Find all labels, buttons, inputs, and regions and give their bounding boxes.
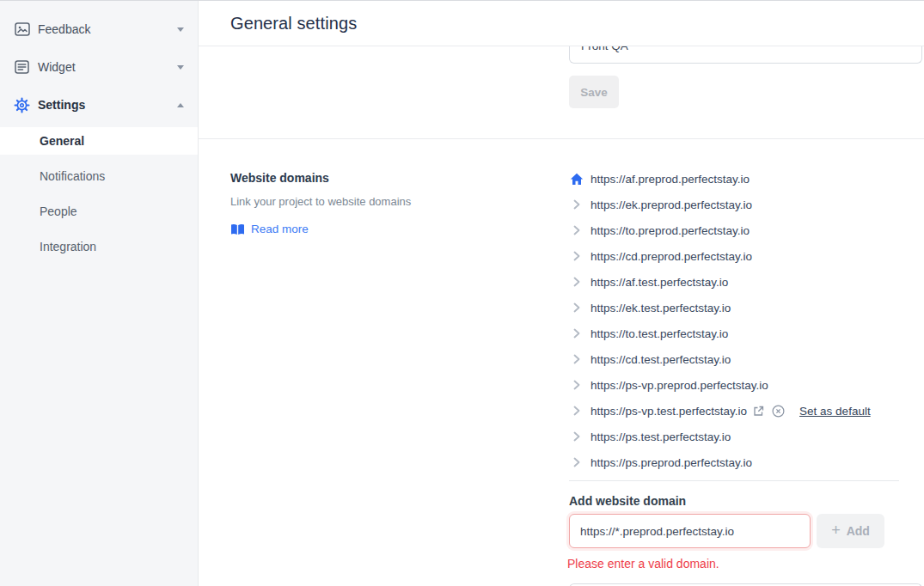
chevron-right-icon[interactable] [569,378,584,393]
website-domains-section: Website domains Link your project to web… [199,140,924,586]
sidebar-item-feedback[interactable]: Feedback [0,10,198,48]
chevron-right-icon[interactable] [569,352,584,367]
chevron-right-icon[interactable] [569,223,584,238]
domain-url: https://ps-vp.preprod.perfectstay.io [591,379,768,392]
domain-row: https://to.preprod.perfectstay.io [569,217,913,243]
sidebar: Feedback Widget Settings General Notific… [0,1,199,586]
domain-url: https://ek.test.perfectstay.io [591,302,731,314]
project-name-input[interactable]: Front QA [569,46,922,64]
sidebar-subitem-label: People [40,204,77,218]
domain-url: https://ps.preprod.perfectstay.io [591,456,752,469]
chevron-right-icon[interactable] [569,404,584,418]
add-button-label: Add [847,524,870,538]
project-name-value: Front QA [570,46,921,52]
page-title: General settings [230,14,357,34]
divider [569,480,899,481]
sidebar-item-notifications[interactable]: Notifications [0,163,198,189]
sidebar-subitem-label: Notifications [40,169,105,183]
sidebar-item-general[interactable]: General [0,127,198,155]
caret-up-icon [177,103,184,107]
domain-row-actions: Set as default [753,405,871,418]
chevron-right-icon[interactable] [569,198,584,212]
read-more-link[interactable]: Read more [230,223,309,235]
chevron-right-icon[interactable] [569,430,584,444]
page-header: General settings [199,1,924,46]
domain-row: https://to.test.perfectstay.io [569,320,913,346]
sidebar-item-integration[interactable]: Integration [0,234,198,259]
sidebar-item-people[interactable]: People [0,198,198,224]
book-icon [230,223,245,235]
chevron-right-icon[interactable] [569,301,584,315]
domain-row: https://af.preprod.perfectstay.io [569,166,913,192]
chevron-right-icon[interactable] [569,275,584,290]
domain-url: https://af.test.perfectstay.io [591,276,728,289]
gear-icon [14,97,30,113]
validation-error: Please enter a valid domain. [567,557,719,571]
domain-row: https://cd.test.perfectstay.io [569,346,913,372]
add-domain-button[interactable]: + Add [817,514,884,548]
plus-icon: + [831,522,841,538]
chevron-right-icon[interactable] [569,455,584,470]
domain-row: https://cd.preprod.perfectstay.io [569,243,913,269]
domain-list: https://af.preprod.perfectstay.iohttps:/… [569,166,913,475]
domain-row: https://ek.test.perfectstay.io [569,295,913,320]
sidebar-subitem-label: Integration [40,240,96,253]
chevron-right-icon[interactable] [569,327,584,341]
domain-url: https://ps-vp.test.perfectstay.io [591,405,747,418]
domain-row: https://af.test.perfectstay.io [569,269,913,295]
sidebar-subitem-label: General [40,134,84,148]
sidebar-item-settings[interactable]: Settings [0,86,198,124]
remove-circle-icon[interactable] [772,405,785,418]
add-domain-input[interactable] [569,514,811,548]
domain-url: https://cd.test.perfectstay.io [591,353,731,366]
domain-url: https://af.preprod.perfectstay.io [591,173,750,186]
section-title: Website domains [230,171,550,185]
sidebar-item-label: Feedback [38,22,90,36]
domain-row: https://ps.preprod.perfectstay.io [569,449,913,475]
section-subtitle: Link your project to website domains [230,195,550,208]
domain-url: https://to.test.perfectstay.io [591,327,728,340]
save-button[interactable]: Save [569,76,619,108]
domain-url: https://ps.test.perfectstay.io [591,430,731,443]
sidebar-item-label: Settings [38,98,85,112]
domain-row: https://ps-vp.test.perfectstay.ioSet as … [569,398,913,424]
sidebar-item-label: Widget [38,60,76,74]
main-content: General settings Front QA Save Website d… [199,1,924,586]
domain-url: https://to.preprod.perfectstay.io [591,224,750,237]
chevron-right-icon[interactable] [569,249,584,264]
domain-url: https://ek.preprod.perfectstay.io [591,198,752,211]
domain-row: https://ps-vp.preprod.perfectstay.io [569,372,913,398]
set-as-default-link[interactable]: Set as default [799,405,871,418]
domain-row: https://ek.preprod.perfectstay.io [569,192,913,217]
domain-url: https://cd.preprod.perfectstay.io [591,250,752,263]
feedback-icon [14,21,30,38]
home-icon [569,172,584,186]
caret-down-icon [177,65,184,70]
section-description: Website domains Link your project to web… [230,171,550,239]
widget-icon [14,59,30,76]
external-link-icon[interactable] [753,406,764,417]
caret-down-icon [177,27,184,32]
read-more-label: Read more [251,223,309,235]
sidebar-item-widget[interactable]: Widget [0,48,198,86]
project-name-block: Front QA Save [199,47,924,139]
add-domain-label: Add website domain [569,494,686,508]
domain-row: https://ps.test.perfectstay.io [569,424,913,449]
